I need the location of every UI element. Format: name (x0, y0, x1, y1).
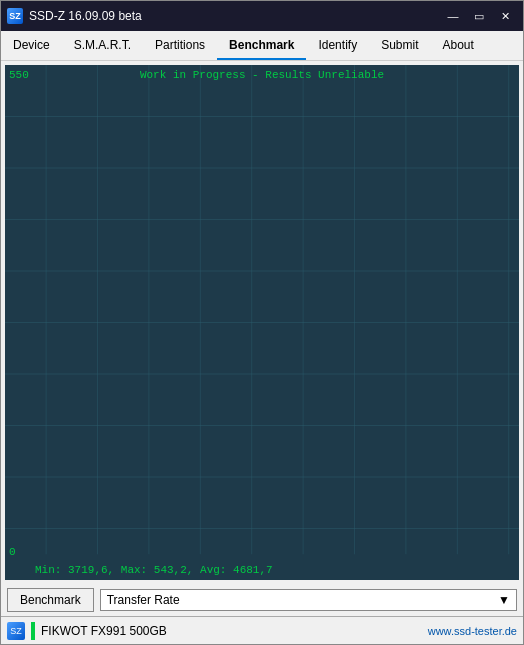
drive-activity-indicator (31, 622, 35, 640)
menu-about[interactable]: About (431, 31, 486, 60)
drive-name: FIKWOT FX991 500GB (41, 624, 428, 638)
bottom-toolbar: Benchmark Transfer Rate ▼ (1, 584, 523, 616)
app-icon: SZ (7, 8, 23, 24)
close-button[interactable]: ✕ (493, 6, 517, 26)
menu-submit[interactable]: Submit (369, 31, 430, 60)
main-window: SZ SSD-Z 16.09.09 beta — ▭ ✕ Device S.M.… (0, 0, 524, 645)
chart-y-min: 0 (9, 546, 16, 558)
status-bar: SZ FIKWOT FX991 500GB www.ssd-tester.de (1, 616, 523, 644)
maximize-button[interactable]: ▭ (467, 6, 491, 26)
chart-title: Work in Progress - Results Unreliable (5, 69, 519, 81)
chart-area: 550 Work in Progress - Results Unreliabl… (5, 65, 519, 580)
window-title: SSD-Z 16.09.09 beta (29, 9, 441, 23)
menu-smart[interactable]: S.M.A.R.T. (62, 31, 143, 60)
menu-partitions[interactable]: Partitions (143, 31, 217, 60)
dropdown-arrow-icon: ▼ (498, 593, 510, 607)
menu-bar: Device S.M.A.R.T. Partitions Benchmark I… (1, 31, 523, 61)
menu-benchmark[interactable]: Benchmark (217, 31, 306, 60)
chart-grid-svg (5, 65, 519, 580)
title-bar: SZ SSD-Z 16.09.09 beta — ▭ ✕ (1, 1, 523, 31)
chart-stats: Min: 3719,6, Max: 543,2, Avg: 4681,7 (35, 564, 273, 576)
menu-device[interactable]: Device (1, 31, 62, 60)
website-link[interactable]: www.ssd-tester.de (428, 625, 517, 637)
status-app-icon: SZ (7, 622, 25, 640)
benchmark-button[interactable]: Benchmark (7, 588, 94, 612)
menu-identify[interactable]: Identify (306, 31, 369, 60)
transfer-rate-dropdown[interactable]: Transfer Rate ▼ (100, 589, 517, 611)
minimize-button[interactable]: — (441, 6, 465, 26)
window-controls: — ▭ ✕ (441, 6, 517, 26)
